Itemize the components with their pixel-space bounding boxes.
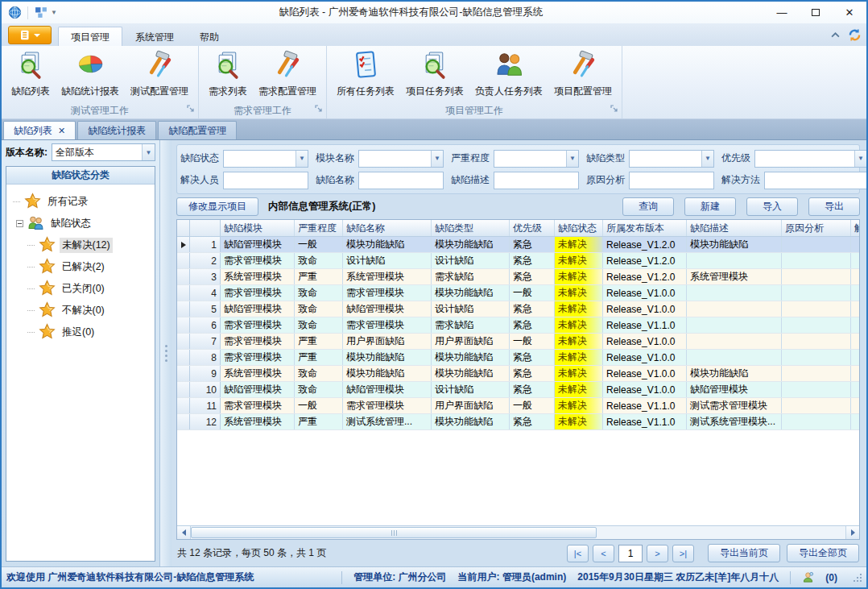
minimize-button[interactable]: — [765, 2, 799, 23]
chevron-down-icon[interactable]: ▼ [296, 151, 308, 167]
tree-item-推迟(0)[interactable]: 推迟(0) [8, 321, 153, 343]
filter-combo-严重程度[interactable]: ▼ [494, 150, 579, 168]
next-page-button[interactable]: > [647, 545, 668, 562]
tree-item-缺陷状态[interactable]: 缺陷状态 [8, 213, 153, 234]
ribbon-collapse-icon[interactable] [831, 32, 840, 38]
column-header-所属发布版本[interactable]: 所属发布版本 [603, 220, 687, 236]
ribbon-tab-系统管理[interactable]: 系统管理 [122, 27, 187, 46]
filter-input-解决人员[interactable] [223, 172, 308, 189]
chevron-down-icon[interactable]: ▼ [854, 151, 866, 167]
ribbon-button-缺陷列表[interactable]: 缺陷列表 [6, 48, 56, 100]
close-tab-icon[interactable]: ✕ [58, 126, 65, 136]
close-button[interactable]: ✕ [833, 2, 866, 23]
message-user-icon[interactable] [802, 571, 814, 583]
tree-expander-icon[interactable] [16, 220, 23, 227]
dialog-launcher-icon[interactable] [610, 104, 618, 115]
search-button[interactable]: 查询 [622, 197, 674, 216]
ribbon-button-负责人任务列表[interactable]: 负责人任务列表 [469, 48, 548, 100]
chevron-down-icon[interactable]: ▼ [142, 144, 155, 160]
new-button[interactable]: 新建 [684, 197, 736, 216]
chevron-down-icon[interactable]: ▼ [431, 151, 443, 167]
horizontal-scrollbar[interactable] [177, 525, 859, 539]
version-select[interactable]: 全部版本 ▼ [52, 143, 155, 161]
column-header-缺陷类型[interactable]: 缺陷类型 [432, 220, 510, 236]
chevron-down-icon[interactable]: ▼ [51, 9, 57, 16]
table-row[interactable]: 12系统管理模块严重测试系统管理...模块功能缺陷紧急未解决Release_V1… [177, 414, 859, 430]
doc-tab-缺陷统计报表[interactable]: 缺陷统计报表 [77, 121, 156, 139]
resize-grip[interactable] [854, 574, 862, 582]
scrollbar-track[interactable] [191, 526, 845, 539]
filter-input-原因分析[interactable] [629, 172, 714, 189]
column-header-优先级[interactable]: 优先级 [510, 220, 555, 236]
dialog-launcher-icon[interactable] [315, 104, 323, 115]
table-row[interactable]: 6需求管理模块致命需求管理模块需求缺陷紧急未解决Release_V1.1.0 [177, 317, 859, 334]
dialog-launcher-icon[interactable] [187, 104, 195, 115]
table-row[interactable]: 9系统管理模块致命模块功能缺陷模块功能缺陷紧急未解决Release_V1.0.0… [177, 366, 859, 382]
export-current-page-button[interactable]: 导出当前页 [708, 544, 780, 562]
column-header-缺陷描述[interactable]: 缺陷描述 [687, 220, 782, 236]
column-header-严重程度[interactable]: 严重程度 [295, 220, 343, 236]
prev-page-button[interactable]: < [593, 545, 614, 562]
data-cell [782, 253, 851, 268]
ribbon-button-需求列表[interactable]: 需求列表 [203, 48, 253, 100]
data-cell: 一般 [510, 285, 555, 301]
tree-item-所有记录[interactable]: 所有记录 [8, 191, 153, 213]
doc-tab-缺陷配置管理[interactable]: 缺陷配置管理 [158, 121, 237, 139]
tree-item-已解决(2)[interactable]: 已解决(2) [8, 256, 153, 278]
status-cell: 未解决 [555, 414, 603, 429]
column-header-缺陷状态[interactable]: 缺陷状态 [555, 220, 603, 236]
ribbon-button-所有任务列表[interactable]: 所有任务列表 [331, 48, 400, 100]
first-page-button[interactable]: |< [567, 545, 589, 562]
quick-access-toolbar-icon[interactable] [33, 5, 49, 21]
filter-input-缺陷名称[interactable] [358, 172, 444, 189]
scroll-right-arrow-icon[interactable] [845, 526, 859, 539]
tree-item-不解决(0)[interactable]: 不解决(0) [8, 300, 153, 321]
row-indicator-cell [177, 334, 190, 349]
column-header-缺陷模块[interactable]: 缺陷模块 [221, 220, 295, 236]
table-row[interactable]: 5缺陷管理模块致命缺陷管理模块设计缺陷紧急未解决Release_V1.0.0 [177, 301, 859, 317]
data-cell: 模块功能缺陷 [432, 414, 510, 429]
table-row[interactable]: 7需求管理模块严重用户界面缺陷用户界面缺陷一般未解决Release_V1.0.0 [177, 334, 859, 350]
table-row[interactable]: 4需求管理模块致命需求管理模块模块功能缺陷一般未解决Release_V1.0.0 [177, 285, 859, 301]
application-menu-button[interactable] [8, 26, 52, 44]
last-page-button[interactable]: >| [672, 545, 694, 562]
skin-style-icon[interactable] [848, 28, 862, 42]
page-number-input[interactable] [618, 545, 643, 562]
scrollbar-thumb[interactable] [191, 527, 597, 538]
chevron-down-icon[interactable]: ▼ [701, 151, 713, 167]
tree-item-未解决(12)[interactable]: 未解决(12) [8, 234, 153, 256]
ribbon-button-缺陷统计报表[interactable]: 缺陷统计报表 [56, 48, 125, 100]
splitter-handle[interactable] [160, 140, 172, 566]
export-all-pages-button[interactable]: 导出全部页 [787, 544, 859, 562]
chevron-down-icon[interactable]: ▼ [566, 151, 578, 167]
data-cell: 严重 [295, 269, 343, 284]
table-row[interactable]: 1缺陷管理模块一般模块功能缺陷模块功能缺陷紧急未解决Release_V1.2.0… [177, 237, 859, 253]
ribbon-button-项目任务列表[interactable]: 项目任务列表 [400, 48, 469, 100]
filter-combo-优先级[interactable]: ▼ [754, 150, 867, 168]
table-row[interactable]: 8需求管理模块严重模块功能缺陷模块功能缺陷紧急未解决Release_V1.0.0 [177, 350, 859, 366]
ribbon-tab-项目管理[interactable]: 项目管理 [58, 27, 122, 46]
scroll-left-arrow-icon[interactable] [177, 526, 191, 539]
ribbon-tab-帮助[interactable]: 帮助 [187, 27, 232, 46]
tree-item-已关闭(0)[interactable]: 已关闭(0) [8, 278, 153, 300]
ribbon-button-项目配置管理[interactable]: 项目配置管理 [548, 48, 618, 100]
ribbon-button-测试配置管理[interactable]: 测试配置管理 [125, 48, 194, 100]
table-row[interactable]: 2需求管理模块致命设计缺陷设计缺陷紧急未解决Release_V1.2.0 [177, 253, 859, 269]
export-button[interactable]: 导出 [808, 197, 860, 216]
table-row[interactable]: 10缺陷管理模块致命缺陷管理模块设计缺陷紧急未解决Release_V1.0.0缺… [177, 382, 859, 398]
filter-input-缺陷描述[interactable] [494, 172, 579, 189]
ribbon-button-需求配置管理[interactable]: 需求配置管理 [253, 48, 322, 100]
filter-combo-缺陷类型[interactable]: ▼ [629, 150, 714, 168]
import-button[interactable]: 导入 [746, 197, 798, 216]
table-row[interactable]: 11需求管理模块一般需求管理模块用户界面缺陷一般未解决Release_V1.1.… [177, 398, 859, 414]
column-header-缺陷名称[interactable]: 缺陷名称 [343, 220, 432, 236]
filter-combo-缺陷状态[interactable]: ▼ [223, 150, 308, 168]
column-header-原因分析[interactable]: 原因分析 [782, 220, 851, 236]
maximize-button[interactable] [799, 2, 833, 23]
filter-input-解决方法[interactable] [764, 172, 868, 189]
modify-display-button[interactable]: 修改显示项目 [176, 197, 258, 216]
column-header-解决方法[interactable]: 解决方法 [851, 220, 859, 236]
doc-tab-缺陷列表[interactable]: 缺陷列表✕ [3, 121, 76, 139]
table-row[interactable]: 3系统管理模块严重系统管理模块需求缺陷紧急未解决Release_V1.2.0系统… [177, 269, 859, 285]
filter-combo-模块名称[interactable]: ▼ [358, 150, 444, 168]
